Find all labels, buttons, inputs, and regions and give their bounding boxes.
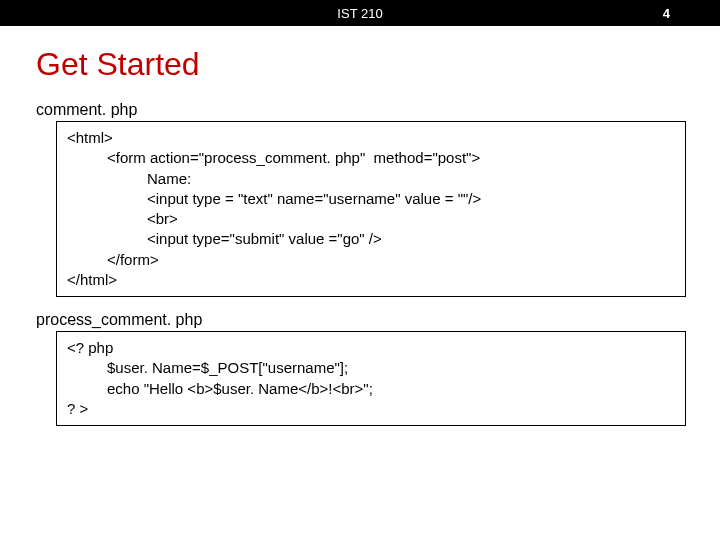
code-line: ? > xyxy=(67,399,675,419)
code-line: <html> xyxy=(67,128,675,148)
code-line: echo "Hello <b>$user. Name</b>!<br>"; xyxy=(67,379,675,399)
file2-label: process_comment. php xyxy=(36,311,720,329)
code-line: $user. Name=$_POST["username"]; xyxy=(67,358,675,378)
code-line: <form action="process_comment. php" meth… xyxy=(67,148,675,168)
code-line: <input type="submit" value ="go" /> xyxy=(67,229,675,249)
course-label: IST 210 xyxy=(20,6,700,21)
code-line: <input type = "text" name="username" val… xyxy=(67,189,675,209)
page-number: 4 xyxy=(663,6,670,21)
code-line: </html> xyxy=(67,270,675,290)
slide-title: Get Started xyxy=(36,46,720,83)
file2-code-box: <? php $user. Name=$_POST["username"]; e… xyxy=(56,331,686,426)
code-line: <br> xyxy=(67,209,675,229)
header-bar: IST 210 4 xyxy=(0,0,720,26)
file1-code-box: <html> <form action="process_comment. ph… xyxy=(56,121,686,297)
code-line: <? php xyxy=(67,338,675,358)
file1-label: comment. php xyxy=(36,101,720,119)
code-line: Name: xyxy=(67,169,675,189)
code-line: </form> xyxy=(67,250,675,270)
